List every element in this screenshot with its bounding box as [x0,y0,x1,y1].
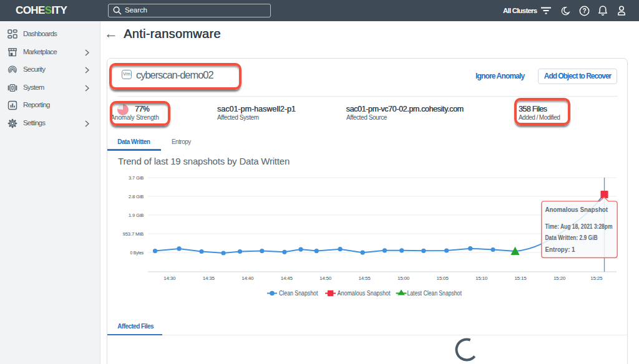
svg-text:15:00: 15:00 [398,275,410,281]
svg-text:14:40: 14:40 [241,275,254,281]
svg-text:953.7 MiB: 953.7 MiB [123,231,144,237]
svg-text:Anomalous Snapshot: Anomalous Snapshot [545,206,608,213]
svg-text:15:10: 15:10 [476,275,488,281]
svg-text:1.9 GiB: 1.9 GiB [129,213,144,218]
svg-text:14:45: 14:45 [281,275,293,281]
svg-text:Time: Aug 18, 2021 3:28pm: Time: Aug 18, 2021 3:28pm [545,223,613,230]
svg-text:2.8 GiB: 2.8 GiB [129,194,144,199]
svg-text:Entropy: 1: Entropy: 1 [545,246,575,253]
svg-text:0 Bytes: 0 Bytes [130,250,144,256]
svg-text:14:35: 14:35 [203,275,215,281]
svg-text:15:25: 15:25 [590,275,603,281]
svg-text:14:30: 14:30 [163,275,176,281]
svg-text:15:20: 15:20 [554,275,566,281]
svg-text:?: ? [582,7,586,14]
svg-text:Anomalous Snapshot: Anomalous Snapshot [338,289,391,297]
svg-text:15:15: 15:15 [514,275,527,281]
svg-text:3.7 GiB: 3.7 GiB [129,175,144,181]
svg-text:Clean Snapshot: Clean Snapshot [279,289,318,297]
svg-text:Latest Clean Snapshot: Latest Clean Snapshot [407,289,462,297]
svg-text:Data Written: 2.9 GiB: Data Written: 2.9 GiB [545,234,598,241]
svg-text:14:55: 14:55 [359,275,371,281]
svg-text:14:50: 14:50 [320,275,332,281]
svg-text:15:05: 15:05 [436,275,449,281]
